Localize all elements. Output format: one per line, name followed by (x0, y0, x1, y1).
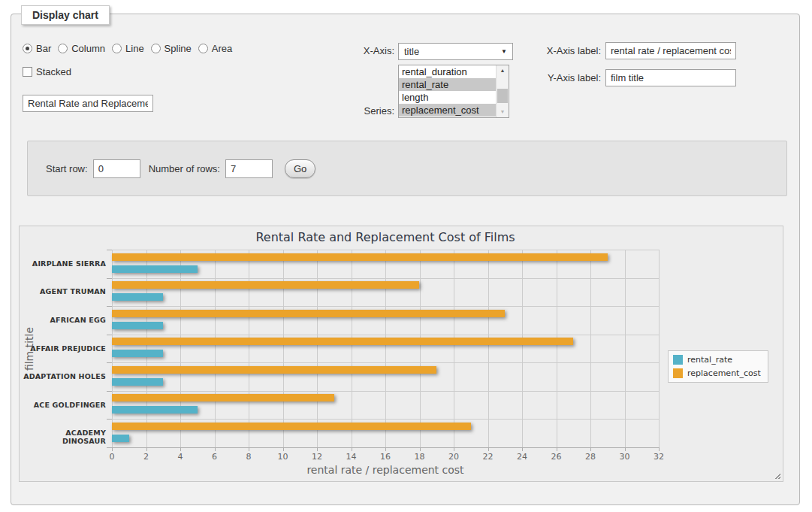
x-axis-tick (283, 448, 284, 451)
x-axis-tick (352, 448, 352, 451)
chart-type-option-area[interactable]: Area (198, 43, 232, 54)
dropdown-arrow-icon: ▼ (501, 48, 507, 55)
gridline (112, 419, 659, 420)
y-axis-tick (107, 391, 112, 392)
x-axis-tick (522, 448, 523, 451)
radio-icon[interactable] (198, 44, 208, 53)
gridline (283, 250, 284, 447)
stacked-checkbox[interactable] (23, 67, 32, 77)
number-of-rows-input[interactable] (225, 159, 273, 178)
gridline (488, 250, 489, 447)
gridline (112, 250, 113, 447)
bar-replacement_cost[interactable] (112, 310, 505, 317)
x-axis-tick (420, 448, 421, 451)
chart-type-option-column[interactable]: Column (58, 43, 105, 54)
fieldset-legend: Display chart (21, 5, 110, 25)
gridline (112, 391, 659, 392)
radio-icon[interactable] (58, 44, 68, 53)
radio-icon[interactable] (151, 44, 161, 53)
gridline (385, 250, 386, 447)
gridline (590, 250, 591, 447)
gridline (557, 250, 557, 447)
bar-replacement_cost[interactable] (112, 366, 436, 374)
chart-type-option-line[interactable]: Line (112, 43, 144, 54)
x-axis-select-label: X-Axis: (319, 45, 394, 57)
x-tick-label: 10 (268, 452, 298, 462)
gridline (454, 250, 454, 447)
series-option-rental_rate[interactable]: rental_rate (399, 78, 496, 91)
x-axis-tick (659, 448, 660, 451)
x-axis-select-value: title (404, 46, 419, 57)
y-axis-tick (107, 362, 112, 363)
bar-replacement_cost[interactable] (112, 253, 608, 261)
x-tick-label: 26 (542, 452, 572, 462)
y-axis-tick (107, 419, 112, 420)
start-row-label: Start row: (46, 163, 88, 174)
gridline (625, 250, 626, 447)
scrollbar-thumb[interactable] (497, 89, 508, 102)
x-axis-tick (180, 448, 181, 451)
x-tick-label: 12 (302, 452, 332, 462)
series-option-length[interactable]: length (399, 91, 496, 104)
x-axis-tick (146, 448, 147, 451)
y-axis-tick (107, 335, 112, 335)
bar-rental_rate[interactable] (112, 406, 198, 414)
bar-rental_rate[interactable] (112, 378, 163, 386)
bar-rental_rate[interactable] (112, 350, 163, 357)
legend-label: replacement_cost (687, 368, 761, 378)
bar-replacement_cost[interactable] (112, 423, 471, 430)
series-option-rental_duration[interactable]: rental_duration (399, 65, 496, 78)
x-axis-tick (385, 448, 386, 451)
series-option-replacement_cost[interactable]: replacement_cost (399, 104, 496, 117)
series-listbox[interactable]: rental_durationrental_ratelengthreplacem… (398, 65, 509, 118)
x-axis-tick (317, 448, 318, 451)
x-tick-label: 22 (473, 452, 503, 462)
category-label: ACE GOLDFINGER (23, 401, 106, 409)
x-tick-label: 28 (575, 452, 605, 462)
chart-type-option-bar[interactable]: Bar (23, 43, 51, 54)
row-controls-panel: Start row: Number of rows: Go (27, 141, 787, 196)
go-button[interactable]: Go (285, 159, 315, 178)
bar-rental_rate[interactable] (112, 435, 129, 442)
chart-type-option-label: Bar (36, 43, 51, 54)
category-label: AIRPLANE SIERRA (23, 259, 106, 268)
stacked-checkbox-row[interactable]: Stacked (23, 66, 71, 77)
x-axis-title: rental rate / replacement cost (112, 464, 659, 476)
y-axis-label-input[interactable] (605, 69, 736, 86)
start-row-input[interactable] (93, 159, 140, 178)
category-label: ACADEMY DINOSAUR (23, 429, 106, 445)
x-axis-label-input[interactable] (605, 42, 736, 59)
radio-icon[interactable] (112, 44, 122, 53)
gridline (180, 250, 181, 447)
x-axis-tick (625, 448, 626, 451)
bar-replacement_cost[interactable] (112, 394, 334, 401)
chart-type-option-label: Column (71, 43, 105, 54)
bar-rental_rate[interactable] (112, 265, 198, 273)
bar-rental_rate[interactable] (112, 293, 163, 301)
y-axis-tick (107, 447, 112, 448)
x-axis-select[interactable]: title ▼ (398, 43, 513, 60)
x-axis-tick (557, 448, 557, 451)
gridline (352, 250, 352, 447)
radio-icon[interactable] (23, 44, 32, 53)
chart-type-option-label: Area (212, 43, 232, 54)
bar-rental_rate[interactable] (112, 322, 163, 329)
number-of-rows-label: Number of rows: (149, 163, 220, 174)
x-tick-label: 20 (439, 452, 469, 462)
gridline (317, 250, 318, 447)
x-axis-tick (454, 448, 454, 451)
bar-replacement_cost[interactable] (112, 338, 573, 345)
bar-replacement_cost[interactable] (112, 281, 419, 289)
chart-type-option-label: Spline (165, 43, 192, 54)
resize-handle-icon[interactable] (773, 471, 780, 479)
legend-swatch-icon (673, 368, 683, 378)
gridline (146, 250, 147, 447)
chart-type-option-label: Line (125, 43, 144, 54)
chart-title-input[interactable] (23, 95, 153, 112)
legend-item-replacement_cost[interactable]: replacement_cost (673, 368, 761, 378)
gridline (112, 362, 659, 363)
gridline (112, 335, 659, 335)
chart-type-option-spline[interactable]: Spline (151, 43, 192, 54)
legend-item-rental_rate[interactable]: rental_rate (673, 355, 761, 365)
scroll-down-icon[interactable]: ▼ (497, 107, 509, 117)
